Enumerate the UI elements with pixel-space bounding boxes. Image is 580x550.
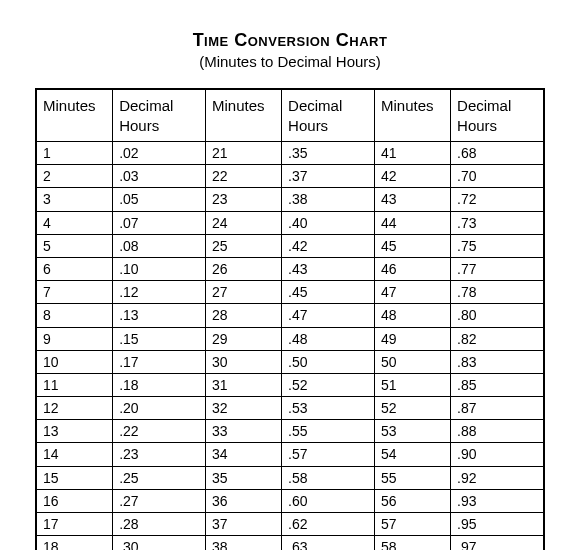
table-cell: .18 — [113, 373, 206, 396]
table-cell: 1 — [37, 142, 113, 165]
table-cell: .58 — [282, 466, 375, 489]
table-cell: 18 — [37, 536, 113, 550]
col-header-decimal: Decimal Hours — [113, 90, 206, 142]
col-header-decimal: Decimal Hours — [282, 90, 375, 142]
table-cell: 25 — [205, 234, 281, 257]
col-header-minutes: Minutes — [205, 90, 281, 142]
table-body: 1.0221.3541.682.0322.3742.703.0523.3843.… — [37, 142, 544, 551]
col-header-decimal: Decimal Hours — [451, 90, 544, 142]
table-row: 10.1730.5050.83 — [37, 350, 544, 373]
table-row: 3.0523.3843.72 — [37, 188, 544, 211]
table-header-row: Minutes Decimal Hours Minutes Decimal Ho… — [37, 90, 544, 142]
table-cell: .10 — [113, 257, 206, 280]
table-row: 12.2032.5352.87 — [37, 397, 544, 420]
table-cell: .95 — [451, 513, 544, 536]
table-cell: .85 — [451, 373, 544, 396]
table-cell: .03 — [113, 165, 206, 188]
table-cell: .80 — [451, 304, 544, 327]
table-cell: .70 — [451, 165, 544, 188]
table-row: 13.2233.5553.88 — [37, 420, 544, 443]
table-cell: 35 — [205, 466, 281, 489]
table-cell: .55 — [282, 420, 375, 443]
table-row: 15.2535.5855.92 — [37, 466, 544, 489]
table-cell: 3 — [37, 188, 113, 211]
table-cell: .37 — [282, 165, 375, 188]
table-cell: 26 — [205, 257, 281, 280]
table-cell: 22 — [205, 165, 281, 188]
table-cell: .78 — [451, 281, 544, 304]
table-cell: 50 — [374, 350, 450, 373]
table-row: 17.2837.6257.95 — [37, 513, 544, 536]
table-cell: 23 — [205, 188, 281, 211]
table-cell: 8 — [37, 304, 113, 327]
table-cell: .28 — [113, 513, 206, 536]
table-row: 4.0724.4044.73 — [37, 211, 544, 234]
table-cell: 42 — [374, 165, 450, 188]
table-row: 2.0322.3742.70 — [37, 165, 544, 188]
table-row: 8.1328.4748.80 — [37, 304, 544, 327]
table-cell: 55 — [374, 466, 450, 489]
table-cell: .48 — [282, 327, 375, 350]
table-cell: .50 — [282, 350, 375, 373]
table-cell: .68 — [451, 142, 544, 165]
table-cell: .02 — [113, 142, 206, 165]
table-cell: .57 — [282, 443, 375, 466]
table-cell: 28 — [205, 304, 281, 327]
table-cell: 2 — [37, 165, 113, 188]
table-cell: .22 — [113, 420, 206, 443]
table-cell: .62 — [282, 513, 375, 536]
table-row: 16.2736.6056.93 — [37, 489, 544, 512]
table-cell: 24 — [205, 211, 281, 234]
table-cell: 49 — [374, 327, 450, 350]
table-row: 11.1831.5251.85 — [37, 373, 544, 396]
table-cell: .72 — [451, 188, 544, 211]
table-cell: .60 — [282, 489, 375, 512]
table-cell: .38 — [282, 188, 375, 211]
conversion-table: Minutes Decimal Hours Minutes Decimal Ho… — [36, 89, 544, 550]
table-cell: .40 — [282, 211, 375, 234]
table-cell: 58 — [374, 536, 450, 550]
table-row: 14.2334.5754.90 — [37, 443, 544, 466]
table-cell: .42 — [282, 234, 375, 257]
table-cell: 6 — [37, 257, 113, 280]
table-cell: 7 — [37, 281, 113, 304]
table-cell: 11 — [37, 373, 113, 396]
conversion-table-wrap: Minutes Decimal Hours Minutes Decimal Ho… — [35, 88, 545, 550]
table-cell: .82 — [451, 327, 544, 350]
table-cell: 13 — [37, 420, 113, 443]
table-cell: 9 — [37, 327, 113, 350]
table-cell: .87 — [451, 397, 544, 420]
table-cell: .27 — [113, 489, 206, 512]
table-cell: 34 — [205, 443, 281, 466]
table-cell: 36 — [205, 489, 281, 512]
table-cell: .05 — [113, 188, 206, 211]
table-cell: .12 — [113, 281, 206, 304]
col-header-minutes: Minutes — [374, 90, 450, 142]
table-cell: .75 — [451, 234, 544, 257]
table-cell: 48 — [374, 304, 450, 327]
table-cell: 45 — [374, 234, 450, 257]
table-cell: .88 — [451, 420, 544, 443]
table-cell: .63 — [282, 536, 375, 550]
table-cell: 16 — [37, 489, 113, 512]
table-cell: .25 — [113, 466, 206, 489]
table-cell: 33 — [205, 420, 281, 443]
table-cell: .23 — [113, 443, 206, 466]
table-cell: 43 — [374, 188, 450, 211]
table-cell: 51 — [374, 373, 450, 396]
table-cell: 44 — [374, 211, 450, 234]
table-row: 18.3038.6358.97 — [37, 536, 544, 550]
table-cell: .52 — [282, 373, 375, 396]
table-cell: 12 — [37, 397, 113, 420]
table-cell: 17 — [37, 513, 113, 536]
table-cell: .07 — [113, 211, 206, 234]
table-cell: 53 — [374, 420, 450, 443]
table-cell: .17 — [113, 350, 206, 373]
table-row: 6.1026.4346.77 — [37, 257, 544, 280]
table-cell: .43 — [282, 257, 375, 280]
table-cell: 29 — [205, 327, 281, 350]
table-row: 7.1227.4547.78 — [37, 281, 544, 304]
table-cell: .47 — [282, 304, 375, 327]
table-row: 9.1529.4849.82 — [37, 327, 544, 350]
table-cell: 4 — [37, 211, 113, 234]
